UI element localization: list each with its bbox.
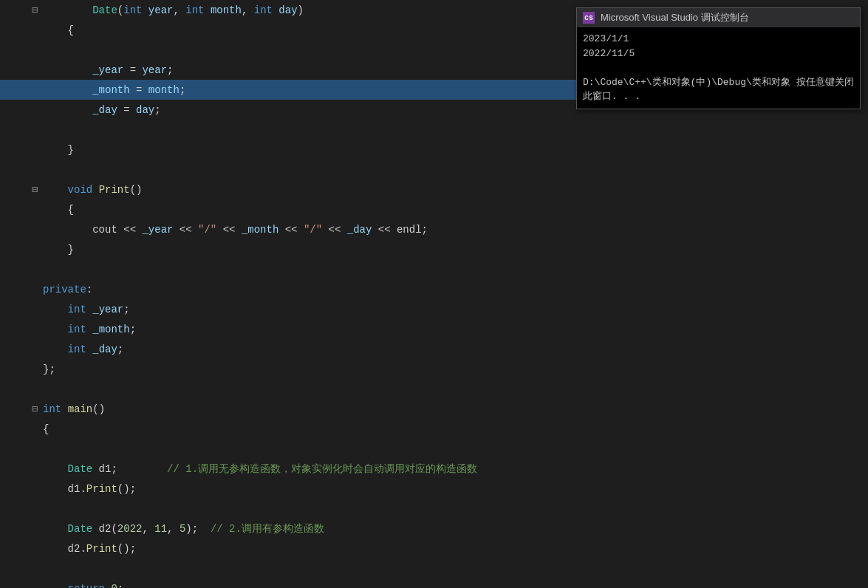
code-line — [0, 439, 576, 459]
code-content — [40, 44, 49, 56]
fold-indicator: ⊟ — [30, 4, 40, 16]
fold-indicator — [30, 124, 40, 136]
code-content — [40, 563, 49, 575]
code-line — [0, 160, 576, 180]
code-line: } — [0, 239, 576, 259]
code-line: Date d1; // 1.调用无参构造函数，对象实例化时会自动调用对应的构造函… — [0, 459, 576, 479]
code-content: private: — [40, 284, 92, 295]
code-content: int _day; — [40, 343, 123, 355]
code-line: ⊟ int main() — [0, 399, 576, 419]
code-content: int _year; — [40, 304, 130, 315]
code-line-highlighted: _month = month; — [0, 80, 576, 100]
console-path: D:\Code\C++\类和对象(中)\Debug\类和对象 — [583, 77, 790, 88]
console-titlebar: cs Microsoft Visual Studio 调试控制台 — [577, 8, 860, 27]
fold-indicator — [30, 583, 40, 589]
code-content — [40, 443, 49, 455]
fold-indicator — [30, 383, 40, 395]
code-line: { — [0, 419, 576, 439]
code-line: _year = year; — [0, 60, 576, 80]
console-output-line-2: 2022/11/5 — [583, 47, 854, 61]
code-content: } — [40, 244, 74, 256]
console-title: Microsoft Visual Studio 调试控制台 — [601, 11, 749, 24]
console-output-blank — [583, 61, 854, 75]
code-line: d1.Print(); — [0, 479, 576, 499]
fold-indicator — [30, 204, 40, 216]
code-line — [0, 558, 576, 578]
fold-indicator — [30, 164, 40, 176]
code-content: _month = month; — [40, 84, 185, 96]
code-content — [40, 383, 49, 395]
fold-indicator — [30, 284, 40, 295]
code-line — [0, 379, 576, 399]
fold-indicator — [30, 244, 40, 256]
code-content — [40, 124, 49, 136]
code-line: } — [0, 140, 576, 160]
code-line: _day = day; — [0, 100, 576, 120]
code-line — [0, 40, 576, 60]
code-content: cout << _year << "/" << _month << "/" <<… — [40, 224, 428, 236]
code-line: { — [0, 199, 576, 219]
fold-indicator — [30, 64, 40, 76]
fold-indicator — [30, 104, 40, 116]
code-content: _day = day; — [40, 104, 161, 116]
fold-indicator — [30, 563, 40, 575]
code-content: } — [40, 144, 74, 156]
code-content: d2.Print(); — [40, 543, 136, 555]
code-line: int _month; — [0, 319, 576, 339]
fold-indicator — [30, 44, 40, 56]
code-content: _year = year; — [40, 64, 173, 76]
code-content: return 0; — [40, 583, 123, 589]
fold-indicator — [30, 224, 40, 236]
fold-indicator — [30, 264, 40, 276]
fold-indicator — [30, 503, 40, 515]
code-content: { — [40, 204, 74, 216]
console-body: 2023/1/1 2022/11/5 D:\Code\C++\类和对象(中)\D… — [577, 27, 860, 109]
fold-indicator: ⊟ — [30, 403, 40, 415]
fold-indicator — [30, 84, 40, 96]
code-line: }; — [0, 359, 576, 379]
fold-indicator — [30, 443, 40, 455]
code-content: d1.Print(); — [40, 483, 136, 495]
code-line: Date d2(2022, 11, 5); // 2.调用有参构造函数 — [0, 519, 576, 539]
code-container[interactable]: ⊟ Date(int year, int month, int day) { _… — [0, 0, 576, 588]
code-line: d2.Print(); — [0, 539, 576, 558]
code-line: ⊟ void Print() — [0, 180, 576, 199]
code-line — [0, 120, 576, 140]
code-content: int _month; — [40, 324, 136, 335]
fold-indicator — [30, 523, 40, 535]
code-content: int main() — [40, 403, 105, 415]
fold-indicator — [30, 304, 40, 315]
code-content — [40, 164, 49, 176]
fold-indicator: ⊟ — [30, 183, 40, 196]
code-line: ⊟ Date(int year, int month, int day) — [0, 0, 576, 20]
fold-indicator — [30, 463, 40, 475]
code-line: int _day; — [0, 339, 576, 359]
code-line — [0, 499, 576, 519]
code-line: return 0; — [0, 578, 576, 588]
fold-indicator — [30, 343, 40, 355]
fold-indicator — [30, 483, 40, 495]
fold-indicator — [30, 324, 40, 335]
vs-icon: cs — [583, 12, 595, 24]
code-content: }; — [40, 363, 55, 375]
code-content: void Print() — [40, 184, 142, 196]
code-line: cout << _year << "/" << _month << "/" <<… — [0, 219, 576, 239]
fold-indicator — [30, 363, 40, 375]
console-window[interactable]: cs Microsoft Visual Studio 调试控制台 2023/1/… — [576, 7, 861, 109]
editor-area: ⊟ Date(int year, int month, int day) { _… — [0, 0, 868, 588]
code-content — [40, 503, 49, 515]
fold-indicator — [30, 144, 40, 156]
code-content: Date d2(2022, 11, 5); // 2.调用有参构造函数 — [40, 522, 324, 536]
code-content: { — [40, 24, 74, 36]
code-content: { — [40, 423, 49, 435]
code-line: int _year; — [0, 299, 576, 319]
code-line — [0, 259, 576, 279]
fold-indicator — [30, 423, 40, 435]
code-content — [40, 264, 49, 276]
fold-indicator — [30, 24, 40, 36]
fold-indicator — [30, 543, 40, 555]
code-line: private: — [0, 279, 576, 299]
code-content: Date d1; // 1.调用无参构造函数，对象实例化时会自动调用对应的构造函… — [40, 462, 477, 476]
console-output-line-1: 2023/1/1 — [583, 32, 854, 47]
code-line: { — [0, 20, 576, 40]
